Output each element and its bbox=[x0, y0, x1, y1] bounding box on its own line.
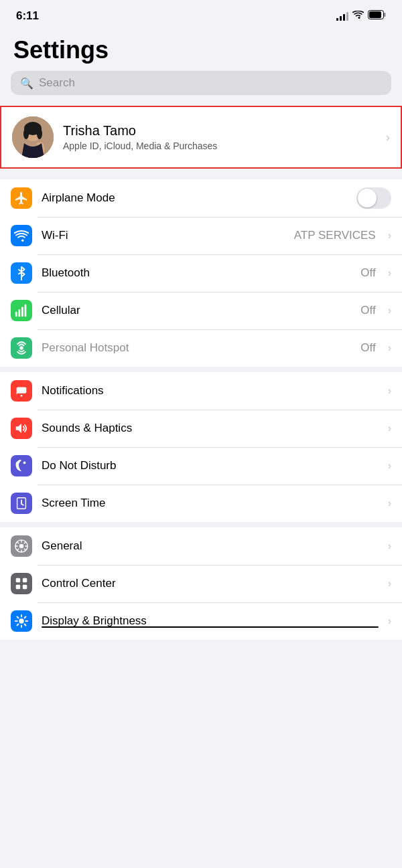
bluetooth-icon bbox=[11, 262, 32, 284]
svg-rect-1 bbox=[384, 13, 386, 17]
sounds-haptics-row[interactable]: Sounds & Haptics › bbox=[0, 410, 402, 447]
svg-point-14 bbox=[19, 346, 23, 350]
notifications-label: Notifications bbox=[42, 384, 379, 398]
svg-rect-21 bbox=[23, 578, 27, 582]
control-center-icon bbox=[11, 573, 32, 594]
personal-hotspot-chevron: › bbox=[388, 342, 391, 354]
cellular-value: Off bbox=[360, 304, 375, 317]
display-brightness-label: Display & Brightness bbox=[42, 614, 147, 627]
svg-rect-11 bbox=[18, 309, 20, 317]
connectivity-section: Airplane Mode Wi-Fi ATP SERVICES › Bluet… bbox=[0, 179, 402, 367]
notifications-icon bbox=[11, 380, 32, 402]
wifi-status-icon bbox=[352, 10, 364, 22]
svg-rect-23 bbox=[23, 585, 27, 589]
sounds-haptics-label: Sounds & Haptics bbox=[42, 422, 379, 435]
personal-hotspot-label: Personal Hotspot bbox=[42, 341, 351, 355]
svg-rect-13 bbox=[25, 305, 27, 317]
wifi-row[interactable]: Wi-Fi ATP SERVICES › bbox=[0, 217, 402, 254]
svg-marker-16 bbox=[16, 424, 21, 434]
personal-hotspot-value: Off bbox=[360, 341, 375, 355]
status-bar: 6:11 bbox=[0, 0, 402, 28]
svg-point-19 bbox=[19, 544, 23, 548]
bluetooth-row[interactable]: Bluetooth Off › bbox=[0, 254, 402, 292]
section-spacer bbox=[0, 174, 402, 179]
bluetooth-chevron: › bbox=[388, 267, 391, 279]
display-brightness-label-wrapper: Display & Brightness bbox=[42, 614, 379, 628]
profile-card[interactable]: Trisha Tamo Apple ID, iCloud, Media & Pu… bbox=[0, 106, 402, 169]
svg-rect-22 bbox=[16, 585, 20, 589]
wifi-icon bbox=[11, 225, 32, 246]
notification-section: Notifications › Sounds & Haptics › Do No… bbox=[0, 372, 402, 522]
control-center-label: Control Center bbox=[42, 577, 379, 590]
signal-icon bbox=[336, 11, 348, 21]
screen-time-label: Screen Time bbox=[42, 497, 379, 510]
general-label: General bbox=[42, 539, 379, 553]
svg-point-17 bbox=[23, 462, 26, 464]
display-brightness-icon bbox=[11, 610, 32, 632]
control-center-row[interactable]: Control Center › bbox=[0, 565, 402, 602]
cellular-row[interactable]: Cellular Off › bbox=[0, 292, 402, 329]
control-center-chevron: › bbox=[388, 578, 391, 590]
search-bar[interactable]: 🔍 Search bbox=[11, 71, 391, 95]
svg-point-24 bbox=[19, 618, 23, 623]
screen-time-row[interactable]: Screen Time › bbox=[0, 485, 402, 522]
profile-name: Trisha Tamo bbox=[63, 123, 377, 139]
airplane-mode-icon bbox=[11, 187, 32, 209]
general-icon bbox=[11, 535, 32, 557]
status-icons bbox=[336, 10, 386, 22]
cellular-chevron: › bbox=[388, 305, 391, 317]
general-chevron: › bbox=[388, 540, 391, 552]
svg-point-7 bbox=[23, 128, 29, 139]
search-placeholder: Search bbox=[39, 76, 75, 90]
do-not-disturb-row[interactable]: Do Not Disturb › bbox=[0, 447, 402, 485]
do-not-disturb-label: Do Not Disturb bbox=[42, 459, 379, 472]
wifi-value: ATP SERVICES bbox=[294, 229, 376, 242]
airplane-mode-toggle[interactable] bbox=[356, 187, 391, 209]
display-brightness-row[interactable]: Display & Brightness › bbox=[0, 602, 402, 640]
page-title: Settings bbox=[0, 28, 402, 71]
sounds-haptics-icon bbox=[11, 418, 32, 439]
airplane-mode-label: Airplane Mode bbox=[42, 191, 347, 205]
svg-rect-12 bbox=[21, 307, 23, 317]
screen-time-icon bbox=[11, 493, 32, 514]
avatar bbox=[12, 116, 54, 158]
strikethrough-line bbox=[42, 626, 379, 628]
personal-hotspot-icon bbox=[11, 337, 32, 359]
bluetooth-value: Off bbox=[360, 266, 375, 280]
bluetooth-label: Bluetooth bbox=[42, 266, 351, 280]
svg-point-8 bbox=[37, 128, 42, 139]
battery-icon bbox=[368, 10, 386, 22]
screen-time-chevron: › bbox=[388, 497, 391, 509]
svg-rect-20 bbox=[16, 578, 20, 582]
svg-rect-10 bbox=[15, 312, 17, 317]
wifi-label: Wi-Fi bbox=[42, 229, 285, 242]
notifications-chevron: › bbox=[388, 385, 391, 397]
cellular-icon bbox=[11, 300, 32, 321]
do-not-disturb-icon bbox=[11, 455, 32, 476]
do-not-disturb-chevron: › bbox=[388, 460, 391, 472]
profile-info: Trisha Tamo Apple ID, iCloud, Media & Pu… bbox=[63, 123, 377, 151]
svg-rect-2 bbox=[369, 11, 381, 18]
airplane-mode-row[interactable]: Airplane Mode bbox=[0, 179, 402, 217]
personal-hotspot-row[interactable]: Personal Hotspot Off › bbox=[0, 329, 402, 367]
svg-point-15 bbox=[21, 395, 23, 397]
cellular-label: Cellular bbox=[42, 304, 351, 317]
wifi-chevron: › bbox=[388, 230, 391, 242]
status-time: 6:11 bbox=[16, 9, 39, 23]
sounds-haptics-chevron: › bbox=[388, 422, 391, 434]
general-row[interactable]: General › bbox=[0, 527, 402, 565]
profile-chevron: › bbox=[386, 131, 390, 145]
display-brightness-chevron: › bbox=[388, 615, 391, 627]
notifications-row[interactable]: Notifications › bbox=[0, 372, 402, 410]
profile-subtitle: Apple ID, iCloud, Media & Purchases bbox=[63, 141, 377, 151]
general-section: General › Control Center › Display & Bri… bbox=[0, 527, 402, 640]
search-icon: 🔍 bbox=[20, 77, 34, 90]
